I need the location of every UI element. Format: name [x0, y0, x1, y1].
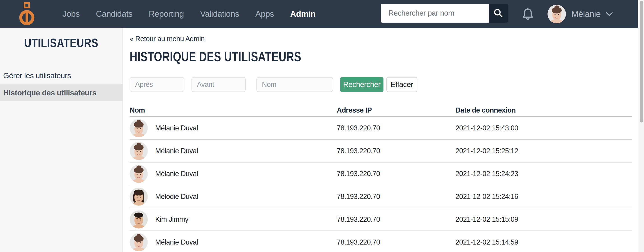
header-adresse-ip: Adresse IP: [337, 106, 456, 114]
table-row[interactable]: Mélanie Duval 78.193.220.70 2021-12-02 1…: [130, 117, 632, 140]
table-header: Nom Adresse IP Date de connexion: [130, 104, 632, 117]
row-user-name: Mélanie Duval: [155, 147, 198, 155]
user-name: Mélanie: [571, 9, 601, 19]
row-user-name: Melodie Duval: [155, 193, 198, 201]
cell-ip: 78.193.220.70: [337, 170, 456, 178]
sidebar-item[interactable]: Historique des utilisateurs: [0, 84, 122, 101]
cell-ip: 78.193.220.70: [337, 124, 456, 132]
row-avatar: [130, 119, 148, 137]
row-avatar: [130, 210, 148, 228]
user-menu[interactable]: Mélanie: [548, 0, 613, 28]
nav-item-admin[interactable]: Admin: [290, 9, 316, 19]
search-input[interactable]: [381, 4, 489, 23]
header-date-connexion: Date de connexion: [456, 106, 632, 114]
main-nav: JobsCandidatsReportingValidationsAppsAdm…: [62, 0, 316, 28]
row-user-name: Mélanie Duval: [155, 170, 198, 178]
row-user-name: Kim Jimmy: [155, 215, 188, 223]
search-submit-button[interactable]: Rechercher: [340, 77, 384, 92]
cell-name: Melodie Duval: [130, 188, 337, 206]
sidebar-items: Gérer les utilisateursHistorique des uti…: [0, 67, 122, 101]
clear-button[interactable]: Effacer: [386, 77, 417, 92]
page-title: HISTORIQUE DES UTILISATEURS: [130, 49, 526, 64]
nav-item-reporting[interactable]: Reporting: [149, 9, 184, 19]
table-row[interactable]: Mélanie Duval 78.193.220.70 2021-12-02 1…: [130, 140, 632, 163]
table-row[interactable]: Mélanie Duval 78.193.220.70 2021-12-02 1…: [130, 163, 632, 185]
row-avatar: [130, 188, 148, 206]
nav-item-validations[interactable]: Validations: [200, 9, 239, 19]
table-row[interactable]: Mélanie Duval 78.193.220.70 2021-12-02 1…: [130, 231, 632, 252]
table-row[interactable]: Melodie Duval 78.193.220.70 2021-12-02 1…: [130, 185, 632, 208]
cell-date: 2021-12-02 15:14:59: [456, 238, 632, 246]
filter-after-input[interactable]: [130, 77, 184, 92]
cell-date: 2021-12-02 15:24:16: [456, 193, 632, 201]
bell-icon: [522, 8, 533, 21]
row-avatar: [130, 233, 148, 251]
sidebar: UTILISATEURS Gérer les utilisateursHisto…: [0, 28, 123, 252]
cell-ip: 78.193.220.70: [337, 193, 456, 201]
nav-item-jobs[interactable]: Jobs: [62, 9, 80, 19]
nav-item-candidats[interactable]: Candidats: [96, 9, 132, 19]
user-avatar: [548, 5, 566, 23]
row-user-name: Mélanie Duval: [155, 238, 198, 246]
table-row[interactable]: Kim Jimmy 78.193.220.70 2021-12-02 15:15…: [130, 208, 632, 231]
cell-name: Mélanie Duval: [130, 119, 337, 137]
history-table: Nom Adresse IP Date de connexion Mélanie…: [130, 104, 632, 252]
cell-date: 2021-12-02 15:24:23: [456, 170, 632, 178]
back-to-admin-link[interactable]: « Retour au menu Admin: [130, 35, 204, 43]
cell-ip: 78.193.220.70: [337, 215, 456, 223]
navbar-search: [381, 4, 508, 23]
row-avatar: [130, 165, 148, 183]
search-button[interactable]: [489, 4, 508, 23]
row-avatar: [130, 142, 148, 160]
cell-date: 2021-12-02 15:43:00: [456, 124, 632, 132]
nav-item-apps[interactable]: Apps: [255, 9, 274, 19]
filter-name-input[interactable]: [256, 77, 333, 92]
header-nom: Nom: [130, 106, 337, 114]
cell-name: Mélanie Duval: [130, 233, 337, 251]
cell-ip: 78.193.220.70: [337, 147, 456, 155]
chevron-down-icon: [606, 12, 613, 16]
search-icon: [493, 8, 503, 18]
brand-logo[interactable]: [19, 2, 35, 27]
filters-bar: Rechercher Effacer: [130, 77, 638, 92]
main-content: « Retour au menu Admin HISTORIQUE DES UT…: [124, 28, 638, 252]
cell-date: 2021-12-02 15:15:09: [456, 215, 632, 223]
cell-date: 2021-12-02 15:25:12: [456, 147, 632, 155]
cell-name: Mélanie Duval: [130, 142, 337, 160]
row-user-name: Mélanie Duval: [155, 124, 198, 132]
cell-name: Mélanie Duval: [130, 165, 337, 183]
filter-before-input[interactable]: [192, 77, 246, 92]
sidebar-item[interactable]: Gérer les utilisateurs: [0, 67, 122, 84]
cell-name: Kim Jimmy: [130, 210, 337, 228]
sidebar-title: UTILISATEURS: [11, 36, 112, 50]
scrollbar-thumb[interactable]: [640, 1, 643, 122]
notifications-button[interactable]: [522, 8, 533, 21]
brand-phi-icon: [19, 2, 35, 27]
table-body: Mélanie Duval 78.193.220.70 2021-12-02 1…: [130, 117, 632, 252]
scrollbar[interactable]: [638, 0, 644, 252]
cell-ip: 78.193.220.70: [337, 238, 456, 246]
top-navbar: JobsCandidatsReportingValidationsAppsAdm…: [0, 0, 638, 28]
